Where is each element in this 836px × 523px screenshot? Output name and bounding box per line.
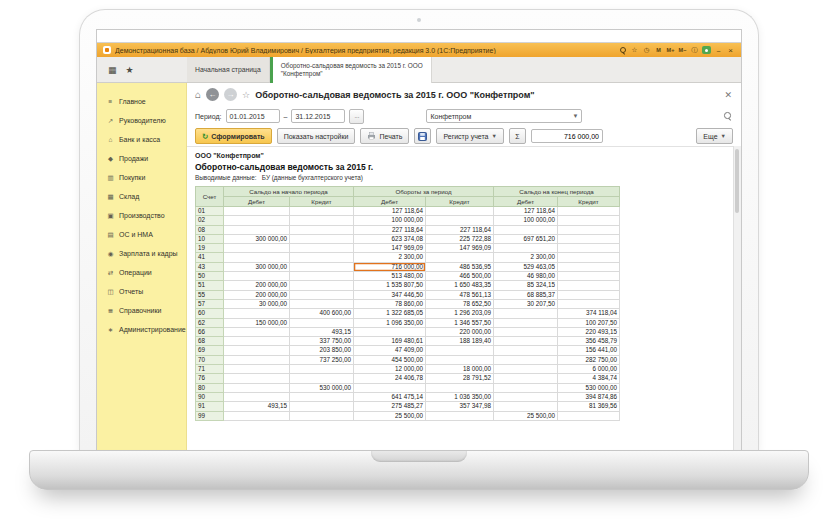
value-cell[interactable] [224,207,290,216]
value-cell[interactable]: 282 750,00 [558,355,620,364]
value-cell[interactable]: 169 480,61 [354,337,426,346]
minimize-icon[interactable]: – [714,46,723,55]
account-cell[interactable]: 43 [196,262,224,271]
memory-icon[interactable]: M [654,46,663,55]
value-cell[interactable]: 275 485,27 [354,402,426,411]
value-cell[interactable]: 1 096 350,00 [354,318,426,327]
account-cell[interactable]: 66 [196,327,224,336]
value-cell[interactable]: 18 000,00 [426,365,494,374]
account-cell[interactable]: 76 [196,374,224,383]
value-cell[interactable]: 188 189,40 [426,337,494,346]
value-cell[interactable] [558,411,620,420]
close-icon[interactable]: ✕ [721,90,735,100]
account-cell[interactable]: 91 [196,402,224,411]
value-cell[interactable]: 203 850,00 [290,346,354,355]
value-cell[interactable] [494,346,558,355]
search-icon[interactable] [618,46,627,55]
value-cell[interactable] [224,365,290,374]
account-cell[interactable]: 80 [196,383,224,392]
account-cell[interactable]: 57 [196,299,224,308]
value-cell[interactable]: 85 324,15 [494,281,558,290]
sum-button[interactable]: Σ [509,128,526,144]
value-cell[interactable]: 356 458,79 [558,337,620,346]
value-cell[interactable]: 100 000,00 [354,216,426,225]
value-cell[interactable]: 300 000,00 [224,262,290,271]
value-cell[interactable]: 81 369,56 [558,402,620,411]
value-cell[interactable]: 47 409,00 [354,346,426,355]
value-cell[interactable] [290,392,354,401]
account-cell[interactable]: 68 [196,337,224,346]
star-icon[interactable]: ☆ [242,90,250,100]
value-cell[interactable]: 30 000,00 [224,299,290,308]
scrollbar-thumb[interactable] [735,149,739,213]
value-cell[interactable] [290,272,354,281]
value-cell[interactable] [426,346,494,355]
value-cell[interactable] [224,392,290,401]
sidebar-item-catalogs[interactable]: ≣Справочники [97,301,186,320]
value-cell[interactable] [290,411,354,420]
value-cell[interactable]: 46 980,00 [494,272,558,281]
period-from-input[interactable]: 01.01.2015 [226,109,280,123]
value-cell[interactable] [558,281,620,290]
account-cell[interactable]: 99 [196,411,224,420]
value-cell[interactable]: 529 463,05 [494,262,558,271]
value-cell[interactable] [494,327,558,336]
value-cell[interactable] [494,402,558,411]
account-cell[interactable]: 19 [196,244,224,253]
sidebar-item-bank[interactable]: ⌂Банк и касса [97,130,186,149]
value-cell[interactable]: 454 500,00 [354,355,426,364]
value-cell[interactable] [494,309,558,318]
value-cell[interactable]: 4 384,74 [558,374,620,383]
value-cell[interactable]: 1 296 203,09 [426,309,494,318]
account-cell[interactable]: 90 [196,392,224,401]
value-cell[interactable] [426,411,494,420]
sidebar-item-operations[interactable]: ⇄Операции [97,263,186,282]
value-cell[interactable] [224,355,290,364]
value-cell[interactable] [290,374,354,383]
value-cell[interactable] [558,244,620,253]
value-cell[interactable]: 530 000,00 [558,383,620,392]
print-button[interactable]: Печать [360,128,409,144]
value-cell[interactable]: 337 750,00 [290,337,354,346]
value-cell[interactable]: 12 000,00 [354,365,426,374]
account-cell[interactable]: 01 [196,207,224,216]
account-cell[interactable]: 70 [196,355,224,364]
value-cell[interactable] [224,244,290,253]
value-cell[interactable] [494,225,558,234]
value-cell[interactable]: 28 791,52 [426,374,494,383]
sum-field[interactable]: 716 000,00 [531,129,603,143]
value-cell[interactable]: 716 000,00 [354,262,426,271]
value-cell[interactable] [224,225,290,234]
value-cell[interactable]: 78 652,50 [426,299,494,308]
value-cell[interactable]: 100 207,50 [558,318,620,327]
value-cell[interactable]: 147 969,09 [426,244,494,253]
value-cell[interactable] [224,346,290,355]
value-cell[interactable]: 127 118,64 [354,207,426,216]
sidebar-item-assets[interactable]: ▤ОС и НМА [97,225,186,244]
value-cell[interactable]: 147 969,09 [354,244,426,253]
tab-home-page[interactable]: Начальная страница [187,57,270,82]
value-cell[interactable] [558,234,620,243]
value-cell[interactable] [290,234,354,243]
value-cell[interactable] [494,365,558,374]
favorites-icon[interactable]: ☆ [630,46,639,55]
value-cell[interactable]: 394 874,86 [558,392,620,401]
value-cell[interactable] [426,355,494,364]
value-cell[interactable] [494,383,558,392]
home-icon[interactable]: ⌂ [195,89,201,100]
value-cell[interactable] [290,225,354,234]
value-cell[interactable]: 530 000,00 [290,383,354,392]
sidebar-item-production[interactable]: ▣Производство [97,206,186,225]
value-cell[interactable]: 513 480,00 [354,272,426,281]
value-cell[interactable]: 30 207,50 [494,299,558,308]
value-cell[interactable]: 486 536,95 [426,262,494,271]
value-cell[interactable] [494,392,558,401]
value-cell[interactable] [558,253,620,262]
value-cell[interactable]: 2 300,00 [354,253,426,262]
support-icon[interactable] [702,46,711,54]
value-cell[interactable]: 478 561,13 [426,290,494,299]
value-cell[interactable] [290,253,354,262]
value-cell[interactable]: 357 347,98 [426,402,494,411]
organization-select[interactable]: Конфетпром ▼ [426,109,582,123]
value-cell[interactable]: 374 118,04 [558,309,620,318]
